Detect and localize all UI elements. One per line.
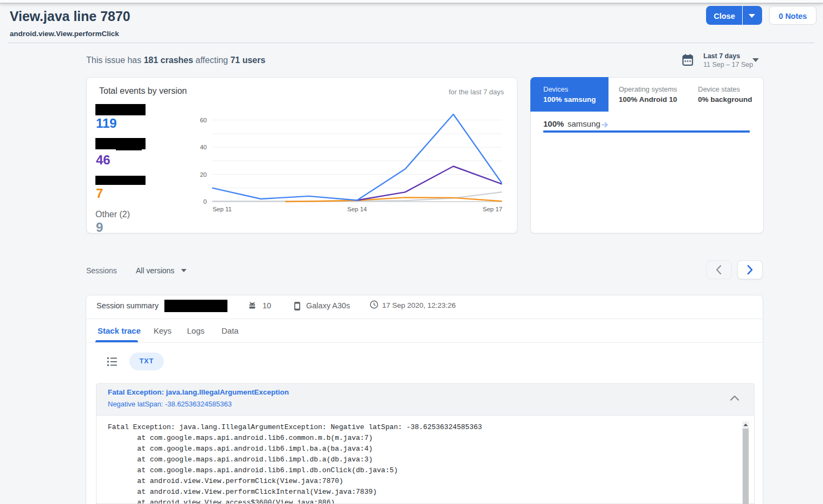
- svg-text:20: 20: [200, 171, 207, 178]
- svg-text:40: 40: [200, 144, 207, 150]
- svg-text:Sep 11: Sep 11: [212, 206, 232, 212]
- svg-text:0: 0: [203, 198, 206, 205]
- svg-text:60: 60: [200, 117, 207, 123]
- svg-text:Sep 14: Sep 14: [347, 206, 367, 212]
- svg-text:Sep 17: Sep 17: [483, 206, 502, 212]
